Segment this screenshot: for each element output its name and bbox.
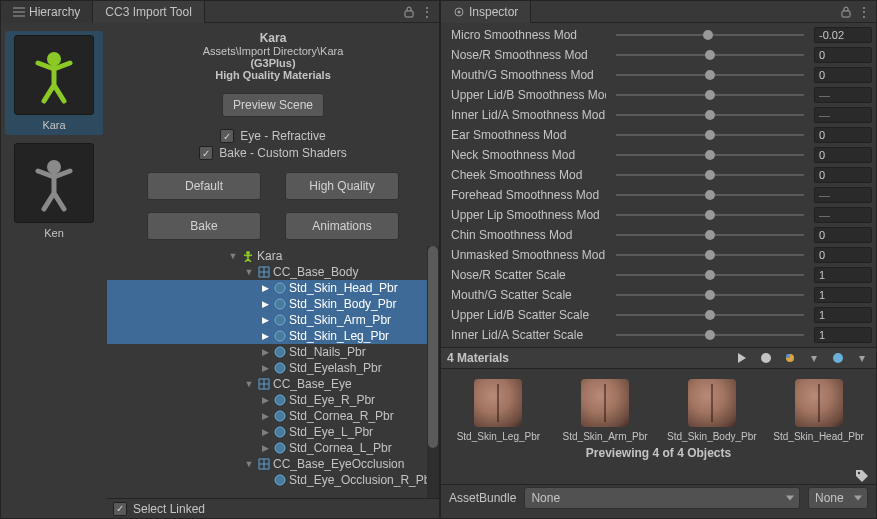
- tree-row[interactable]: ▼ CC_Base_Eye: [107, 376, 439, 392]
- property-value[interactable]: —: [814, 207, 872, 223]
- property-slider[interactable]: [616, 274, 804, 276]
- property-slider[interactable]: [616, 234, 804, 236]
- tree-toggle-icon[interactable]: ▼: [243, 459, 255, 469]
- svg-point-14: [275, 347, 285, 357]
- property-slider[interactable]: [616, 294, 804, 296]
- property-slider[interactable]: [616, 134, 804, 136]
- property-slider[interactable]: [616, 154, 804, 156]
- chevron-down-icon[interactable]: ▾: [806, 350, 822, 366]
- property-slider[interactable]: [616, 94, 804, 96]
- bake-button[interactable]: Bake: [147, 212, 261, 240]
- tree-toggle-icon[interactable]: ▶: [259, 347, 271, 357]
- tree-row[interactable]: ▶ Std_Skin_Head_Pbr: [107, 280, 439, 296]
- property-slider[interactable]: [616, 34, 804, 36]
- tree-toggle-icon[interactable]: ▼: [227, 251, 239, 261]
- tree-label: Std_Nails_Pbr: [289, 345, 366, 359]
- material-card[interactable]: Std_Skin_Leg_Pbr: [449, 379, 548, 442]
- property-value[interactable]: 1: [814, 327, 872, 343]
- preview-scene-button[interactable]: Preview Scene: [222, 93, 324, 117]
- tree-row[interactable]: ▶ Std_Eyelash_Pbr: [107, 360, 439, 376]
- tree-toggle-icon[interactable]: ▼: [243, 267, 255, 277]
- select-linked-check[interactable]: ✓: [113, 502, 127, 516]
- material-card[interactable]: Std_Skin_Arm_Pbr: [556, 379, 655, 442]
- material-card[interactable]: Std_Skin_Head_Pbr: [769, 379, 868, 442]
- tree-row[interactable]: ▶ Std_Skin_Arm_Pbr: [107, 312, 439, 328]
- property-slider[interactable]: [616, 74, 804, 76]
- svg-point-33: [786, 354, 790, 358]
- default-button[interactable]: Default: [147, 172, 261, 200]
- property-value[interactable]: 1: [814, 287, 872, 303]
- light-icon[interactable]: [782, 350, 798, 366]
- tree-row[interactable]: ▶ Std_Cornea_L_Pbr: [107, 440, 439, 456]
- property-value[interactable]: 1: [814, 267, 872, 283]
- tree-row[interactable]: ▼ CC_Base_EyeOcclusion: [107, 456, 439, 472]
- property-slider[interactable]: [616, 334, 804, 336]
- property-row: Mouth/G Scatter Scale 1: [451, 285, 872, 305]
- high-quality-button[interactable]: High Quality: [285, 172, 399, 200]
- property-slider[interactable]: [616, 114, 804, 116]
- check-bake-shaders[interactable]: ✓Bake - Custom Shaders: [199, 146, 346, 160]
- lock-icon[interactable]: [401, 4, 417, 20]
- property-value[interactable]: 0: [814, 227, 872, 243]
- tree-toggle-icon[interactable]: ▶: [259, 363, 271, 373]
- property-value[interactable]: 0: [814, 247, 872, 263]
- property-value[interactable]: -0.02: [814, 27, 872, 43]
- tree-row[interactable]: ▶ Std_Cornea_R_Pbr: [107, 408, 439, 424]
- tree-row[interactable]: ▶ Std_Skin_Leg_Pbr: [107, 328, 439, 344]
- sphere-icon[interactable]: [758, 350, 774, 366]
- svg-point-22: [275, 443, 285, 453]
- check-eye-refractive[interactable]: ✓Eye - Refractive: [220, 129, 325, 143]
- tree-scrollbar[interactable]: [427, 246, 439, 498]
- property-slider[interactable]: [616, 214, 804, 216]
- property-slider[interactable]: [616, 194, 804, 196]
- tree-row[interactable]: ▶ Std_Skin_Body_Pbr: [107, 296, 439, 312]
- tree-toggle-icon[interactable]: ▶: [259, 411, 271, 421]
- tab-hierarchy[interactable]: Hierarchy: [1, 1, 93, 23]
- property-label: Inner Lid/A Smoothness Mod: [451, 108, 606, 122]
- tree-row[interactable]: ▼ Kara: [107, 248, 439, 264]
- property-value[interactable]: 0: [814, 147, 872, 163]
- tree-toggle-icon[interactable]: ▶: [259, 331, 271, 341]
- property-value[interactable]: 0: [814, 67, 872, 83]
- play-icon[interactable]: [734, 350, 750, 366]
- property-value[interactable]: 0: [814, 47, 872, 63]
- tree-toggle-icon[interactable]: ▶: [259, 315, 271, 325]
- property-slider[interactable]: [616, 254, 804, 256]
- property-value[interactable]: —: [814, 187, 872, 203]
- tree-toggle-icon[interactable]: ▶: [259, 427, 271, 437]
- property-slider[interactable]: [616, 174, 804, 176]
- avatar-card[interactable]: Kara: [5, 31, 103, 135]
- animations-button[interactable]: Animations: [285, 212, 399, 240]
- tree-toggle-icon[interactable]: ▶: [259, 299, 271, 309]
- mesh-icon: [257, 377, 271, 391]
- lock-icon[interactable]: [838, 4, 854, 20]
- tree-toggle-icon[interactable]: ▶: [259, 283, 271, 293]
- tree-toggle-icon[interactable]: ▼: [243, 379, 255, 389]
- tag-icon[interactable]: [854, 468, 870, 484]
- tree-toggle-icon[interactable]: ▶: [259, 443, 271, 453]
- tree-row[interactable]: ▶ Std_Eye_R_Pbr: [107, 392, 439, 408]
- property-value[interactable]: 0: [814, 167, 872, 183]
- env-icon[interactable]: [830, 350, 846, 366]
- tree-row[interactable]: ▶ Std_Nails_Pbr: [107, 344, 439, 360]
- avatar-card[interactable]: Ken: [5, 139, 103, 243]
- property-value[interactable]: —: [814, 87, 872, 103]
- property-slider[interactable]: [616, 54, 804, 56]
- assetbundle-dropdown[interactable]: None: [524, 487, 800, 509]
- hierarchy-tree[interactable]: ▼ Kara▼ CC_Base_Body▶ Std_Skin_Head_Pbr▶…: [107, 246, 439, 498]
- assetbundle-variant-dropdown[interactable]: None: [808, 487, 868, 509]
- tab-cc3[interactable]: CC3 Import Tool: [93, 1, 204, 23]
- property-value[interactable]: 1: [814, 307, 872, 323]
- tree-toggle-icon[interactable]: ▶: [259, 395, 271, 405]
- property-value[interactable]: —: [814, 107, 872, 123]
- property-slider[interactable]: [616, 314, 804, 316]
- menu-icon[interactable]: ⋮: [856, 4, 872, 20]
- chevron-down-icon[interactable]: ▾: [854, 350, 870, 366]
- menu-icon[interactable]: ⋮: [419, 4, 435, 20]
- tree-row[interactable]: ▶ Std_Eye_L_Pbr: [107, 424, 439, 440]
- tree-row[interactable]: Std_Eye_Occlusion_R_Pbr: [107, 472, 439, 488]
- property-value[interactable]: 0: [814, 127, 872, 143]
- tab-inspector[interactable]: Inspector: [441, 1, 531, 23]
- material-card[interactable]: Std_Skin_Body_Pbr: [663, 379, 762, 442]
- tree-row[interactable]: ▼ CC_Base_Body: [107, 264, 439, 280]
